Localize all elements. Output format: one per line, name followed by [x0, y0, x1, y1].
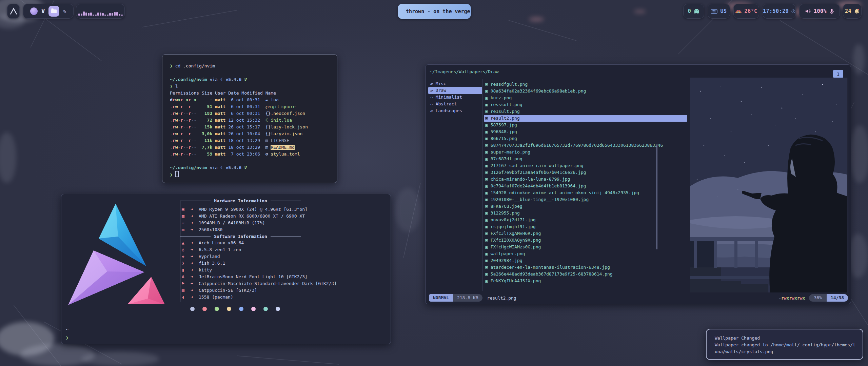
- sidebar-folder-minimalist[interactable]: ▱ Minimalist: [428, 94, 482, 101]
- scroll-percent-badge: 36%: [809, 294, 826, 302]
- sidebar-folder-abstract[interactable]: ▱ Abstract: [428, 101, 482, 107]
- file-name: .gitignore: [269, 104, 296, 109]
- file-name: 596848.jpg: [491, 129, 517, 134]
- terminal-output: ❯ cd .config/nvim ~/.config/nvim via ☾ v…: [170, 63, 337, 178]
- visualizer-bar: [104, 15, 106, 16]
- weather-widget[interactable]: 26°C: [733, 4, 759, 19]
- arrow-icon: ➜: [191, 267, 199, 273]
- list-position-badge: 14/38: [827, 294, 848, 302]
- open-folder-icon: ▱: [430, 94, 436, 101]
- image-file-icon: ▣: [485, 183, 491, 189]
- table-row: .rw-r--r-- 7,7k matt 18 oct 13:29 ◫READM…: [170, 144, 337, 151]
- fetch-item-icons: ▦➜Catppuccin-SE [GTK2/3]: [182, 287, 257, 294]
- file-row[interactable]: ▣ 587597.jpg: [484, 122, 687, 128]
- file-name: nnvuv0xj2df71.jpg: [491, 217, 536, 222]
- file-name: 3126f7e9bbf21a8a4af0b67b041c6e26.jpg: [491, 170, 586, 175]
- image-file-icon: ▣: [485, 196, 491, 203]
- file-row[interactable]: ▣ ressdfgult.png: [484, 81, 687, 88]
- sidebar-folder-misc[interactable]: ▱ Misc: [428, 80, 482, 87]
- audio-widget[interactable]: 100%: [799, 4, 840, 19]
- image-file-icon: ▣: [485, 230, 491, 237]
- file-row[interactable]: ▣ re1sult.png: [484, 108, 687, 115]
- shell-prompt[interactable]: ❯: [66, 334, 68, 341]
- visualizer-bar: [90, 13, 92, 16]
- file-row[interactable]: ▣ 866715.png: [484, 135, 687, 142]
- terminal-color-palette: [190, 307, 280, 311]
- fetch-item-font: A➜JetBrainsMono Nerd Font Light 10 [GTK2…: [182, 273, 308, 280]
- git-icon: git: [265, 104, 269, 110]
- arrow-icon: ➜: [191, 294, 199, 301]
- file-row[interactable]: ▣ atardecer-en-la-montanas-ilustracion-6…: [484, 264, 687, 271]
- music-widget[interactable]: thrown - on the verge: [398, 4, 471, 19]
- arrow-icon: ➜: [191, 206, 199, 213]
- preview-scrollbar[interactable]: [848, 78, 848, 292]
- image-file-icon: ▣: [485, 271, 491, 278]
- file-manager-icon-active[interactable]: [48, 6, 59, 17]
- markdown-icon: ◫: [265, 144, 271, 151]
- file-name: EeNKYgIUcAAJ5JX.png: [491, 278, 541, 283]
- icons-icon: ▦: [182, 287, 191, 294]
- file-name: README.md: [271, 145, 294, 150]
- fetch-item-wm: ❖➜Hyprland: [182, 253, 220, 260]
- gpu-icon: ▦: [182, 213, 191, 220]
- arch-logo-icon: [9, 7, 18, 15]
- notifications-widget[interactable]: 24: [843, 4, 862, 19]
- terminal-window[interactable]: ❯ cd .config/nvim ~/.config/nvim via ☾ v…: [162, 54, 337, 183]
- image-file-icon: ▣: [485, 217, 491, 223]
- file-row[interactable]: ▣ 08a634fa02a32364f69ebc86a98eb1eb.png: [484, 88, 687, 95]
- file-list-scrollbar[interactable]: [656, 144, 657, 249]
- image-file-icon: ▣: [485, 81, 491, 88]
- clock-widget[interactable]: 17:50:29: [763, 4, 796, 19]
- sidebar-folder-draw[interactable]: ▱ Draw: [428, 87, 482, 94]
- firefox-icon[interactable]: [30, 7, 38, 15]
- visualizer-bar: [83, 12, 85, 16]
- file-row[interactable]: ▣ kurz.png: [484, 95, 687, 101]
- file-name: .neoconf.json: [271, 111, 305, 116]
- fetch-item-shell: ❯➜fish 3.6.1: [182, 260, 225, 267]
- packages-icon: ◖: [182, 294, 191, 301]
- file-row[interactable]: ▣ 596848.jpg: [484, 128, 687, 135]
- file-row[interactable]: ▣ result2.png: [484, 115, 687, 122]
- file-row[interactable]: ▣ 20492984.jpg: [484, 257, 687, 264]
- arrow-icon: ➜: [191, 253, 199, 260]
- sidebar-folder-landscapes[interactable]: ▱ Landscapes: [428, 107, 482, 114]
- file-row[interactable]: ▣ 5a266e448add93deab367d87173e9f25-68378…: [484, 271, 687, 278]
- notification-popup[interactable]: Wallpaper Changed Wallpaper changed to /…: [706, 329, 863, 360]
- file-row[interactable]: ▣ resssult.png: [484, 101, 687, 108]
- fetch-item-packages: ◖➜1558 (pacman): [182, 294, 233, 301]
- updates-widget[interactable]: 0: [683, 4, 704, 19]
- image-file-icon: ▣: [485, 223, 491, 230]
- fetch-item-display: ▭➜868x366: [182, 226, 222, 233]
- keyboard-layout-widget[interactable]: US: [708, 4, 730, 19]
- file-name: 68747470733a2f2f696d616765732d7769786d70…: [491, 143, 663, 148]
- file-row[interactable]: ▣ EeNKYgIUcAAJ5JX.png: [484, 278, 687, 284]
- arrow-icon: ➜: [191, 260, 199, 267]
- notification-count: 24: [845, 8, 851, 14]
- color-picker-icon[interactable]: ✎: [63, 8, 66, 15]
- json-icon: {}: [265, 124, 271, 130]
- cpu-icon: ▣: [182, 206, 191, 213]
- file-name: FXfcII0X0AQyn9X.png: [491, 238, 541, 243]
- fetch-info: Hardware Information▣➜AMD Ryzen 9 5900X …: [61, 194, 391, 344]
- app-launcher-button[interactable]: [7, 4, 20, 19]
- color-dot: [251, 307, 256, 311]
- visualizer-bar: [97, 13, 99, 16]
- image-file-icon: ▣: [485, 142, 491, 149]
- image-file-icon: ▣: [485, 149, 491, 156]
- file-manager-window[interactable]: ~/Imagenes/Wallpapers/Draw 1 ▱ Misc▱ Dra…: [425, 64, 851, 304]
- file-name: 0c794faf07de24a4db4d4fb1eb813964.jpg: [491, 183, 586, 188]
- json-icon: {}: [265, 110, 271, 117]
- image-file-icon: ▣: [485, 108, 491, 115]
- fetch-item-value: 1558 (pacman): [199, 294, 233, 301]
- file-name: 19201080-__blue-tinge__-1920×1080.jpg: [491, 197, 589, 202]
- visualizer-bars: [76, 4, 125, 18]
- file-row[interactable]: ▣ wallpaper.png: [484, 250, 687, 257]
- neovim-icon[interactable]: V: [41, 8, 45, 15]
- terminal-line: [170, 158, 337, 164]
- audio-visualizer[interactable]: [76, 4, 125, 19]
- fetch-item-value: 10948MiB / 64183MiB (17%): [199, 220, 265, 226]
- file-name: wallpaper.png: [491, 251, 525, 256]
- prompt-input[interactable]: ❯: [170, 171, 337, 178]
- updates-count: 0: [688, 8, 691, 14]
- folder-icon: [51, 9, 57, 13]
